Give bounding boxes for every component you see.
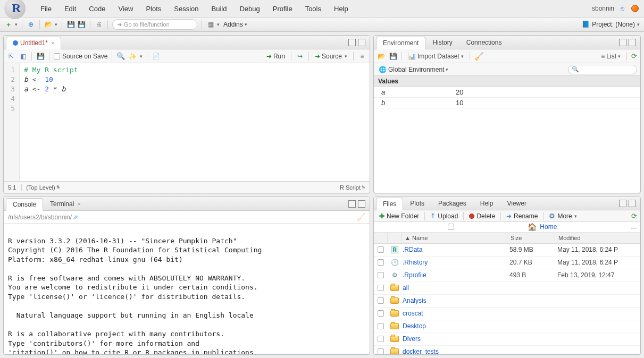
- refresh-files-icon[interactable]: ⟳: [631, 212, 637, 220]
- pane-layout-dropdown[interactable]: ▾: [217, 22, 220, 27]
- maximize-console-icon[interactable]: [358, 200, 365, 208]
- minimize-files-icon[interactable]: [619, 200, 626, 207]
- power-icon[interactable]: [630, 4, 640, 13]
- maximize-pane-icon[interactable]: [358, 39, 365, 46]
- browse-dir-icon[interactable]: ⇗: [73, 214, 78, 221]
- file-checkbox[interactable]: [378, 272, 384, 278]
- menu-session[interactable]: Session: [168, 5, 205, 13]
- files-tab-packages[interactable]: Packages: [431, 197, 473, 210]
- file-name[interactable]: croscat: [402, 310, 507, 317]
- env-search-input[interactable]: 🔍: [568, 65, 637, 74]
- goto-file-function-input[interactable]: ➔ Go to file/function: [112, 19, 197, 30]
- magic-wand-icon[interactable]: ✨: [128, 52, 137, 61]
- popout-icon[interactable]: ⇱: [7, 52, 15, 61]
- env-row[interactable]: b10: [374, 98, 640, 108]
- menu-profile[interactable]: Profile: [266, 5, 299, 13]
- file-row[interactable]: ⚙.Rprofile493 BFeb 13, 2019, 12:47: [374, 269, 640, 282]
- run-button[interactable]: ➔ Run: [265, 52, 287, 61]
- env-row[interactable]: a20: [374, 87, 640, 98]
- project-dropdown[interactable]: ▾: [637, 22, 640, 27]
- minimize-console-icon[interactable]: [348, 200, 356, 208]
- file-name[interactable]: .Rprofile: [402, 271, 507, 279]
- files-tab-files[interactable]: Files: [376, 198, 403, 210]
- find-replace-icon[interactable]: 🔍: [116, 52, 125, 60]
- select-all-checkbox[interactable]: [448, 224, 454, 230]
- project-label[interactable]: Project: (None): [592, 21, 635, 28]
- signout-icon[interactable]: ⎋: [617, 4, 627, 13]
- rename-button[interactable]: ➜Rename: [504, 212, 540, 220]
- save-workspace-icon[interactable]: 💾: [389, 52, 397, 61]
- save-icon[interactable]: 💾: [66, 20, 75, 29]
- source-on-save-checkbox[interactable]: Source on Save: [54, 53, 107, 60]
- minimize-env-icon[interactable]: [619, 39, 626, 46]
- console-tab-console[interactable]: Console: [6, 198, 43, 211]
- files-tab-viewer[interactable]: Viewer: [500, 197, 533, 210]
- new-file-icon[interactable]: ＋: [4, 20, 13, 29]
- open-file-icon[interactable]: 📂: [44, 20, 53, 29]
- files-tab-help[interactable]: Help: [473, 197, 500, 210]
- file-name[interactable]: all: [402, 284, 507, 292]
- file-checkbox[interactable]: [378, 246, 384, 253]
- upload-button[interactable]: ⤒Upload: [428, 212, 460, 220]
- menu-help[interactable]: Help: [328, 5, 355, 13]
- menu-edit[interactable]: Edit: [58, 5, 82, 13]
- show-in-new-window-icon[interactable]: ◧: [19, 52, 27, 61]
- env-tab-history[interactable]: History: [425, 36, 459, 49]
- file-checkbox[interactable]: [378, 323, 384, 329]
- menu-build[interactable]: Build: [205, 5, 233, 13]
- file-checkbox[interactable]: [378, 310, 384, 317]
- file-checkbox[interactable]: [378, 285, 384, 291]
- list-view-toggle[interactable]: ≡ List ▾: [599, 52, 622, 61]
- home-icon[interactable]: 🏠: [528, 223, 537, 231]
- file-name[interactable]: Analysis: [402, 297, 507, 304]
- minimize-pane-icon[interactable]: [348, 39, 356, 46]
- source-tab[interactable]: Untitled1* ×: [6, 37, 61, 49]
- menu-plots[interactable]: Plots: [139, 5, 168, 13]
- console-tab-terminal[interactable]: Terminal×: [43, 198, 88, 210]
- menu-tools[interactable]: Tools: [299, 5, 328, 13]
- compile-report-icon[interactable]: 📄: [152, 52, 160, 61]
- source-button[interactable]: ➔ Source ▾: [313, 52, 349, 61]
- code-editor[interactable]: 12345 # My R scriptb <- 10a <- 2 * b: [4, 63, 370, 181]
- menu-view[interactable]: View: [112, 5, 139, 13]
- env-tab-environment[interactable]: Environment: [376, 37, 425, 49]
- file-checkbox[interactable]: [378, 348, 384, 354]
- file-row[interactable]: Divers: [374, 333, 640, 346]
- maximize-env-icon[interactable]: [629, 39, 636, 46]
- file-row[interactable]: Desktop: [374, 320, 640, 333]
- breadcrumb-home[interactable]: Home: [540, 223, 557, 231]
- new-project-icon[interactable]: ⊕: [27, 20, 35, 29]
- clear-console-icon[interactable]: 🧹: [356, 213, 365, 221]
- menu-file[interactable]: File: [34, 5, 58, 13]
- language-selector[interactable]: R Script ⇅: [340, 184, 365, 191]
- file-checkbox[interactable]: [378, 259, 384, 266]
- outline-icon[interactable]: ≡: [358, 52, 366, 61]
- save-all-icon[interactable]: 💾: [77, 20, 86, 29]
- file-row[interactable]: croscat: [374, 308, 640, 320]
- file-name[interactable]: .Rhistory: [402, 259, 507, 266]
- load-workspace-icon[interactable]: 📂: [377, 52, 386, 61]
- save-source-icon[interactable]: 💾: [36, 52, 45, 61]
- env-tab-connections[interactable]: Connections: [459, 36, 509, 49]
- open-recent-dropdown[interactable]: ▾: [55, 22, 57, 27]
- addins-dropdown[interactable]: Addins ▾: [222, 20, 249, 29]
- code-tools-dropdown[interactable]: ▾: [140, 54, 143, 59]
- delete-button[interactable]: Delete: [467, 212, 497, 220]
- environment-scope-selector[interactable]: 🌐 Global Environment ▾: [377, 65, 450, 74]
- file-checkbox[interactable]: [378, 297, 384, 304]
- file-name[interactable]: .RData: [402, 246, 507, 253]
- file-name[interactable]: Desktop: [402, 322, 507, 330]
- file-row[interactable]: 🕑.Rhistory20.7 KBMay 11, 2018, 6:24 P: [374, 257, 640, 269]
- clear-workspace-icon[interactable]: 🧹: [474, 52, 483, 61]
- col-name[interactable]: ▲ Name: [402, 233, 507, 243]
- close-tab-icon[interactable]: ×: [51, 40, 54, 46]
- file-row[interactable]: docker_tests: [374, 346, 640, 355]
- col-modified[interactable]: Modified: [555, 233, 640, 243]
- refresh-env-icon[interactable]: ⟳: [631, 52, 637, 60]
- new-folder-button[interactable]: ✚New Folder: [377, 212, 421, 220]
- menu-code[interactable]: Code: [82, 5, 112, 13]
- file-row[interactable]: all: [374, 282, 640, 295]
- file-row[interactable]: R.RData58.9 MBMay 11, 2018, 6:24 P: [374, 244, 640, 257]
- col-size[interactable]: Size: [507, 233, 555, 243]
- scope-selector[interactable]: (Top Level) ⇅: [21, 184, 60, 191]
